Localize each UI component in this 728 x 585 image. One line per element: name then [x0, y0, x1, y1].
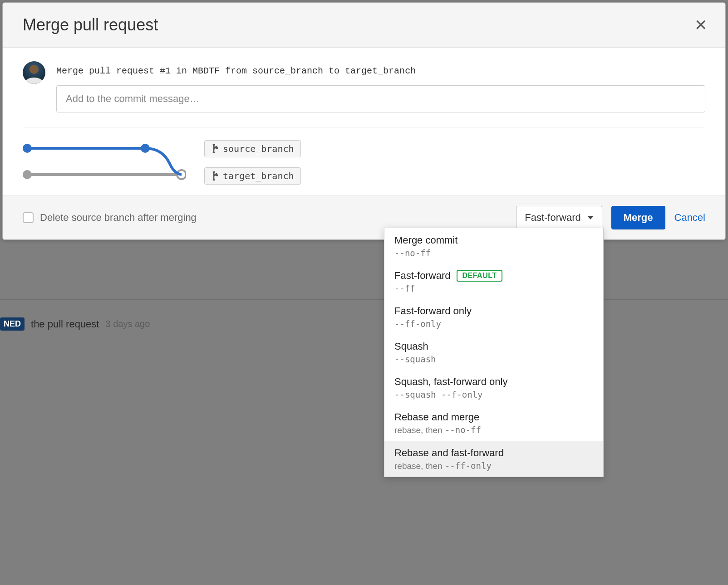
cancel-link[interactable]: Cancel — [674, 212, 705, 224]
strategy-option-subtitle: rebase, then --no-ff — [394, 425, 593, 435]
avatar — [23, 61, 45, 84]
dialog-body: Merge pull request #1 in MBDTF from sour… — [3, 48, 725, 195]
merge-button[interactable]: Merge — [611, 206, 665, 229]
bg-divider — [0, 299, 728, 300]
activity-row: NED the pull request 3 days ago — [0, 317, 150, 331]
target-branch-chip[interactable]: target_branch — [204, 167, 301, 185]
activity-badge: NED — [0, 317, 25, 331]
strategy-option-subtitle: --squash --f-only — [394, 390, 593, 400]
strategy-option[interactable]: Squash--squash — [384, 334, 603, 370]
merge-strategy-menu: Merge commit--no-ffFast-forwardDEFAULT--… — [384, 228, 604, 477]
target-branch-label: target_branch — [223, 171, 294, 181]
dialog-header: Merge pull request ✕ — [3, 3, 725, 48]
branch-icon — [211, 144, 218, 153]
strategy-option[interactable]: Fast-forward only--ff-only — [384, 299, 603, 334]
checkbox-icon — [23, 212, 34, 223]
svg-point-3 — [23, 144, 32, 153]
dialog-footer: Delete source branch after merging Fast-… — [3, 195, 725, 239]
merge-strategy-dropdown[interactable]: Fast-forward — [516, 206, 602, 229]
strategy-option-subtitle: --ff — [394, 283, 593, 293]
strategy-option[interactable]: Merge commit--no-ff — [384, 228, 603, 263]
strategy-option[interactable]: Rebase and mergerebase, then --no-ff — [384, 405, 603, 441]
strategy-option-title: Fast-forward only — [394, 305, 472, 317]
strategy-option-subtitle: --no-ff — [394, 248, 593, 258]
strategy-option-title: Merge commit — [394, 234, 457, 246]
activity-text: the pull request — [31, 318, 99, 330]
branch-diagram: source_branch target_branch — [23, 140, 705, 185]
strategy-option-subtitle: rebase, then --ff-only — [394, 461, 593, 471]
delete-branch-label: Delete source branch after merging — [40, 212, 197, 224]
strategy-option[interactable]: Rebase and fast-forwardrebase, then --ff… — [384, 441, 603, 477]
strategy-option-title: Rebase and merge — [394, 411, 479, 423]
source-branch-label: source_branch — [223, 143, 294, 154]
delete-branch-checkbox[interactable]: Delete source branch after merging — [23, 212, 197, 224]
strategy-selected-label: Fast-forward — [525, 212, 580, 224]
strategy-option-title: Squash, fast-forward only — [394, 376, 507, 388]
branch-graph — [23, 142, 186, 183]
merge-dialog: Merge pull request ✕ Merge pull request … — [2, 2, 726, 240]
strategy-option-subtitle: --ff-only — [394, 319, 593, 329]
strategy-option[interactable]: Fast-forwardDEFAULT--ff — [384, 263, 603, 299]
svg-point-1 — [23, 170, 32, 179]
strategy-option[interactable]: Squash, fast-forward only--squash --f-on… — [384, 370, 603, 405]
section-divider — [23, 127, 705, 127]
branch-icon — [211, 171, 218, 180]
strategy-option-title: Rebase and fast-forward — [394, 447, 504, 459]
chevron-down-icon — [587, 216, 594, 219]
strategy-option-subtitle: --squash — [394, 354, 593, 364]
commit-message-input[interactable] — [56, 85, 705, 112]
strategy-option-title: Squash — [394, 341, 428, 352]
dialog-title: Merge pull request — [23, 15, 158, 34]
activity-time: 3 days ago — [105, 319, 150, 329]
close-icon[interactable]: ✕ — [694, 17, 707, 33]
svg-point-4 — [141, 144, 150, 153]
source-branch-chip[interactable]: source_branch — [204, 140, 301, 157]
default-badge: DEFAULT — [457, 270, 502, 282]
commit-message: Merge pull request #1 in MBDTF from sour… — [56, 66, 705, 76]
strategy-option-title: Fast-forward — [394, 270, 450, 282]
